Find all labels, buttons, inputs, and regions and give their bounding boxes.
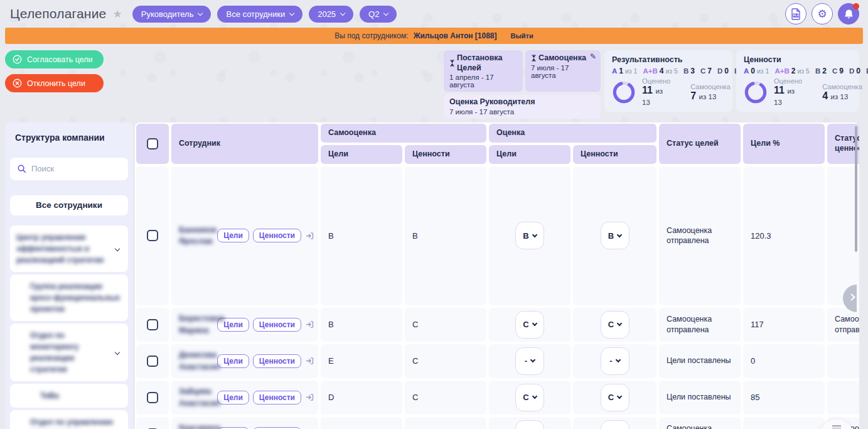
goals-button[interactable]: Цели [217,229,249,242]
export-xls-button[interactable]: XLS [785,3,806,24]
filter-role[interactable]: Руководитель [132,6,212,23]
eval-goals-dropdown[interactable]: C [515,384,544,411]
self-block: Самооценка 7 из 13 [690,83,731,102]
exit-impersonation-link[interactable]: Выйти [511,32,533,40]
svg-text:XLS: XLS [793,14,800,17]
goal-status: Самооценка отправлена [659,166,741,305]
hourglass-icon [449,60,455,67]
performance-summary-panel: Результативность A1из 1 A+B4из 5 B3 C7 D… [604,50,732,112]
org-tree-item[interactable]: ТиВа [10,384,128,408]
col-goal-status: Статус целей [659,124,741,164]
search-icon [17,164,26,173]
org-tree-item[interactable]: Центр управления эффективностью и реализ… [10,225,128,272]
eval-goals-dropdown[interactable]: - [515,347,544,375]
login-as-icon[interactable] [305,231,314,241]
goal-status: Цели поставлены [659,344,741,378]
grade-item: C7 [700,67,712,75]
panel-title: Ценности [744,55,852,64]
notification-badge [853,3,859,9]
grade-distribution: A1из 1 A+B4из 5 B3 C7 D0 E0 [612,67,725,75]
chevron-down-icon [615,357,620,362]
eval-goals-dropdown[interactable]: C [515,420,544,429]
eval-values-dropdown[interactable]: B [601,222,630,249]
table-row: Берестовая Марина Цели Ценности B C C C … [136,308,859,342]
org-tree-item[interactable]: Отдел по мониторингу реализации стратеги… [10,323,128,381]
org-tree: Центр управления эффективностью и реализ… [10,225,128,429]
goals-percent: 117 [743,308,825,342]
period-manager-review[interactable]: Оценка Руководителя 7 июля - 17 августа [444,94,601,119]
self-values-grade: C [405,381,486,415]
filter-quarter[interactable]: Q2 [360,6,397,23]
approve-goals-button[interactable]: Согласовать цели [5,50,104,68]
reject-goals-label: Отклонить цели [27,79,85,88]
goals-button[interactable]: Цели [217,354,249,368]
approve-goals-label: Согласовать цели [27,55,93,64]
select-all-checkbox[interactable] [147,138,158,149]
org-tree-item[interactable]: Отдел по управлению процессами и эффекти… [10,410,128,429]
eval-values-dropdown[interactable]: C [601,311,630,339]
values-button[interactable]: Ценности [253,318,301,332]
org-tree-label-blurred: Отдел по управлению процессами и эффекти… [16,416,122,429]
values-button[interactable]: Ценности [253,354,301,368]
company-structure-sidebar: Структура компании Все сотрудники Центр … [5,122,133,429]
chevron-down-icon [289,10,294,15]
filter-employees[interactable]: Все сотрудники [217,6,303,23]
values-button[interactable]: Ценности [253,229,301,242]
self-goals-grade: B [321,308,402,342]
col-group-self-assessment: Самооценка [321,124,486,143]
search-input[interactable] [31,164,121,173]
table-row: Красавина Виктория Цели Ценности C C C C… [136,417,859,429]
login-as-icon[interactable] [305,356,314,366]
row-checkbox[interactable] [147,230,158,241]
login-as-icon[interactable] [305,393,314,402]
period-dates: 1 апреля - 17 августа [449,73,517,89]
bulk-actions: Согласовать цели Отклонить цели [5,50,104,92]
eval-values-dropdown[interactable]: C [601,420,630,429]
grade-item: D0 [717,67,729,75]
favorite-star-icon[interactable]: ★ [112,8,122,21]
org-tree-item[interactable]: Группа реализации кросс-функциональных п… [10,274,128,321]
chevron-down-icon [383,10,388,15]
chevron-down-icon[interactable] [115,350,120,355]
edit-period-icon[interactable]: ✎ [590,52,596,61]
chevron-down-icon [617,232,622,237]
grade-item: C9 [832,67,844,75]
values-button[interactable]: Ценности [253,391,301,405]
eval-goals-dropdown[interactable]: C [515,311,544,339]
row-checkbox[interactable] [147,319,158,330]
table-row: Денисова Анастасия Цели Ценности E C - -… [136,344,859,378]
sidebar-search [10,158,128,180]
period-self-assessment[interactable]: Самооценка 7 июля - 17 августа ✎ [525,50,601,92]
impersonation-banner: Вы под сотрудником: Жильцов Антон [1088]… [5,28,863,44]
goals-button[interactable]: Цели [217,391,249,405]
filter-year[interactable]: 2025 [309,6,353,23]
chevron-down-icon[interactable] [115,246,120,251]
grade-item: A+B2из 5 [774,67,809,75]
sidebar-item-all-employees[interactable]: Все сотрудники [10,195,128,215]
vertical-scrollbar[interactable] [855,126,857,252]
employee-name-blurred: Красавина Виктория [179,422,213,429]
period-dates: 7 июля - 17 августа [449,108,595,116]
period-title: Оценка Руководителя [449,97,535,107]
filter-year-label: 2025 [318,9,336,19]
row-checkbox[interactable] [147,356,158,367]
goals-percent: 120.3 [743,166,825,305]
self-goals-grade: B [321,166,402,305]
sidebar-title: Структура компании [10,133,128,143]
rated-block: Оценено 11 из 13 [774,77,802,108]
values-status: Самооценка отправлена [827,308,859,342]
eval-values-dropdown[interactable]: C [601,384,630,411]
col-employee: Сотрудник [171,124,318,164]
goals-percent: 102 [743,417,825,429]
eval-goals-dropdown[interactable]: B [515,222,544,249]
settings-button[interactable]: ⚙ [812,3,833,24]
notifications-button[interactable] [838,3,859,24]
col-self-values: Ценности [405,145,486,164]
eval-values-dropdown[interactable]: - [601,347,630,375]
login-as-icon[interactable] [305,320,314,329]
reject-goals-button[interactable]: Отклонить цели [5,74,104,92]
row-checkbox[interactable] [147,392,158,403]
progress-donut [744,80,768,104]
chevron-down-icon [617,321,622,326]
period-goal-setting[interactable]: Постановка Целей 1 апреля - 17 августа [444,50,523,92]
